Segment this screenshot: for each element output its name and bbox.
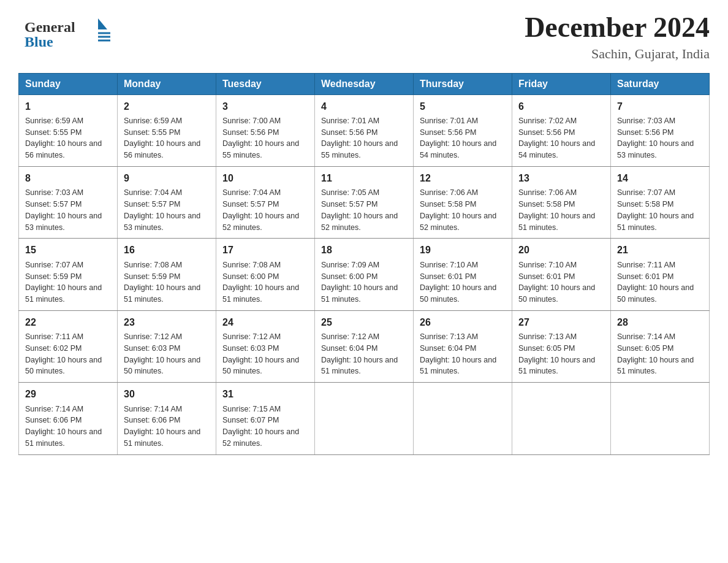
day-number: 7 xyxy=(617,100,703,113)
day-info: Sunrise: 7:01 AMSunset: 5:56 PMDaylight:… xyxy=(321,115,407,161)
day-info: Sunrise: 7:06 AMSunset: 5:58 PMDaylight:… xyxy=(518,187,604,233)
day-info: Sunrise: 7:12 AMSunset: 6:04 PMDaylight:… xyxy=(321,331,407,377)
calendar-cell: 27Sunrise: 7:13 AMSunset: 6:05 PMDayligh… xyxy=(512,310,611,382)
day-number: 27 xyxy=(518,316,604,329)
svg-marker-1 xyxy=(98,18,107,29)
calendar-cell: 12Sunrise: 7:06 AMSunset: 5:58 PMDayligh… xyxy=(414,166,512,238)
day-info: Sunrise: 6:59 AMSunset: 5:55 PMDaylight:… xyxy=(124,115,210,161)
day-number: 23 xyxy=(124,316,210,329)
day-info: Sunrise: 7:02 AMSunset: 5:56 PMDaylight:… xyxy=(518,115,604,161)
calendar-cell xyxy=(512,383,611,454)
calendar-cell: 25Sunrise: 7:12 AMSunset: 6:04 PMDayligh… xyxy=(315,310,414,382)
day-number: 11 xyxy=(321,172,407,185)
calendar-cell xyxy=(611,383,710,454)
calendar-cell: 24Sunrise: 7:12 AMSunset: 6:03 PMDayligh… xyxy=(216,310,315,382)
day-info: Sunrise: 7:11 AMSunset: 6:02 PMDaylight:… xyxy=(25,331,111,377)
day-number: 1 xyxy=(25,100,111,113)
day-number: 31 xyxy=(222,388,308,401)
calendar-cell: 13Sunrise: 7:06 AMSunset: 5:58 PMDayligh… xyxy=(512,166,611,238)
calendar-cell: 15Sunrise: 7:07 AMSunset: 5:59 PMDayligh… xyxy=(19,239,118,310)
calendar-cell: 28Sunrise: 7:14 AMSunset: 6:05 PMDayligh… xyxy=(611,310,710,382)
day-number: 14 xyxy=(617,172,703,185)
day-number: 24 xyxy=(222,316,308,329)
calendar-week-row: 1Sunrise: 6:59 AMSunset: 5:55 PMDaylight… xyxy=(19,94,710,166)
calendar-cell: 17Sunrise: 7:08 AMSunset: 6:00 PMDayligh… xyxy=(216,239,315,310)
day-info: Sunrise: 7:10 AMSunset: 6:01 PMDaylight:… xyxy=(420,259,506,305)
logo: General Blue xyxy=(18,12,116,49)
day-info: Sunrise: 7:05 AMSunset: 5:57 PMDaylight:… xyxy=(321,187,407,233)
header-friday: Friday xyxy=(512,73,611,94)
title-section: December 2024 Sachin, Gujarat, India xyxy=(525,12,710,62)
calendar-cell: 7Sunrise: 7:03 AMSunset: 5:56 PMDaylight… xyxy=(611,94,710,166)
header-thursday: Thursday xyxy=(414,73,512,94)
calendar-table: Sunday Monday Tuesday Wednesday Thursday… xyxy=(18,73,710,455)
calendar-week-row: 15Sunrise: 7:07 AMSunset: 5:59 PMDayligh… xyxy=(19,239,710,310)
day-info: Sunrise: 7:14 AMSunset: 6:06 PMDaylight:… xyxy=(25,404,111,450)
day-info: Sunrise: 7:12 AMSunset: 6:03 PMDaylight:… xyxy=(222,331,308,377)
day-number: 12 xyxy=(420,172,506,185)
day-number: 26 xyxy=(420,316,506,329)
svg-text:General: General xyxy=(25,19,75,35)
day-number: 4 xyxy=(321,100,407,113)
day-info: Sunrise: 7:04 AMSunset: 5:57 PMDaylight:… xyxy=(222,187,308,233)
calendar-cell xyxy=(414,383,512,454)
day-number: 17 xyxy=(222,243,308,257)
calendar-week-row: 22Sunrise: 7:11 AMSunset: 6:02 PMDayligh… xyxy=(19,310,710,382)
day-info: Sunrise: 7:13 AMSunset: 6:05 PMDaylight:… xyxy=(518,331,604,377)
calendar-subtitle: Sachin, Gujarat, India xyxy=(525,46,710,62)
calendar-cell: 21Sunrise: 7:11 AMSunset: 6:01 PMDayligh… xyxy=(611,239,710,310)
header-wednesday: Wednesday xyxy=(315,73,414,94)
calendar-cell: 31Sunrise: 7:15 AMSunset: 6:07 PMDayligh… xyxy=(216,383,315,454)
calendar-week-row: 29Sunrise: 7:14 AMSunset: 6:06 PMDayligh… xyxy=(19,383,710,454)
day-info: Sunrise: 7:15 AMSunset: 6:07 PMDaylight:… xyxy=(222,404,308,450)
calendar-cell: 22Sunrise: 7:11 AMSunset: 6:02 PMDayligh… xyxy=(19,310,118,382)
day-info: Sunrise: 6:59 AMSunset: 5:55 PMDaylight:… xyxy=(25,115,111,161)
header-tuesday: Tuesday xyxy=(216,73,315,94)
header-saturday: Saturday xyxy=(611,73,710,94)
day-number: 22 xyxy=(25,316,111,329)
calendar-cell: 8Sunrise: 7:03 AMSunset: 5:57 PMDaylight… xyxy=(19,166,118,238)
calendar-cell: 5Sunrise: 7:01 AMSunset: 5:56 PMDaylight… xyxy=(414,94,512,166)
calendar-cell: 2Sunrise: 6:59 AMSunset: 5:55 PMDaylight… xyxy=(118,94,216,166)
calendar-cell: 6Sunrise: 7:02 AMSunset: 5:56 PMDaylight… xyxy=(512,94,611,166)
day-number: 19 xyxy=(420,243,506,257)
calendar-cell: 4Sunrise: 7:01 AMSunset: 5:56 PMDaylight… xyxy=(315,94,414,166)
calendar-title: December 2024 xyxy=(525,12,710,44)
day-number: 25 xyxy=(321,316,407,329)
day-number: 21 xyxy=(617,243,703,257)
day-number: 6 xyxy=(518,100,604,113)
day-number: 9 xyxy=(124,172,210,185)
day-info: Sunrise: 7:10 AMSunset: 6:01 PMDaylight:… xyxy=(518,259,604,305)
calendar-cell: 1Sunrise: 6:59 AMSunset: 5:55 PMDaylight… xyxy=(19,94,118,166)
calendar-cell: 30Sunrise: 7:14 AMSunset: 6:06 PMDayligh… xyxy=(118,383,216,454)
day-number: 30 xyxy=(124,388,210,401)
day-number: 13 xyxy=(518,172,604,185)
calendar-cell: 3Sunrise: 7:00 AMSunset: 5:56 PMDaylight… xyxy=(216,94,315,166)
calendar-cell: 23Sunrise: 7:12 AMSunset: 6:03 PMDayligh… xyxy=(118,310,216,382)
day-number: 2 xyxy=(124,100,210,113)
calendar-cell: 11Sunrise: 7:05 AMSunset: 5:57 PMDayligh… xyxy=(315,166,414,238)
day-info: Sunrise: 7:04 AMSunset: 5:57 PMDaylight:… xyxy=(124,187,210,233)
day-info: Sunrise: 7:08 AMSunset: 5:59 PMDaylight:… xyxy=(124,259,210,305)
day-number: 5 xyxy=(420,100,506,113)
calendar-cell: 19Sunrise: 7:10 AMSunset: 6:01 PMDayligh… xyxy=(414,239,512,310)
day-number: 16 xyxy=(124,243,210,257)
header-monday: Monday xyxy=(118,73,216,94)
svg-text:Blue: Blue xyxy=(25,34,53,49)
calendar-cell: 20Sunrise: 7:10 AMSunset: 6:01 PMDayligh… xyxy=(512,239,611,310)
day-info: Sunrise: 7:07 AMSunset: 5:59 PMDaylight:… xyxy=(25,259,111,305)
day-info: Sunrise: 7:14 AMSunset: 6:06 PMDaylight:… xyxy=(124,404,210,450)
calendar-cell: 26Sunrise: 7:13 AMSunset: 6:04 PMDayligh… xyxy=(414,310,512,382)
calendar-cell: 9Sunrise: 7:04 AMSunset: 5:57 PMDaylight… xyxy=(118,166,216,238)
logo-svg: General Blue xyxy=(18,12,116,49)
day-info: Sunrise: 7:06 AMSunset: 5:58 PMDaylight:… xyxy=(420,187,506,233)
calendar-header-row: Sunday Monday Tuesday Wednesday Thursday… xyxy=(19,73,710,94)
header-sunday: Sunday xyxy=(19,73,118,94)
day-info: Sunrise: 7:12 AMSunset: 6:03 PMDaylight:… xyxy=(124,331,210,377)
day-number: 15 xyxy=(25,243,111,257)
day-info: Sunrise: 7:03 AMSunset: 5:57 PMDaylight:… xyxy=(25,187,111,233)
page-header: General Blue December 2024 Sachin, Gujar… xyxy=(18,12,710,62)
day-info: Sunrise: 7:08 AMSunset: 6:00 PMDaylight:… xyxy=(222,259,308,305)
day-number: 18 xyxy=(321,243,407,257)
calendar-cell: 29Sunrise: 7:14 AMSunset: 6:06 PMDayligh… xyxy=(19,383,118,454)
